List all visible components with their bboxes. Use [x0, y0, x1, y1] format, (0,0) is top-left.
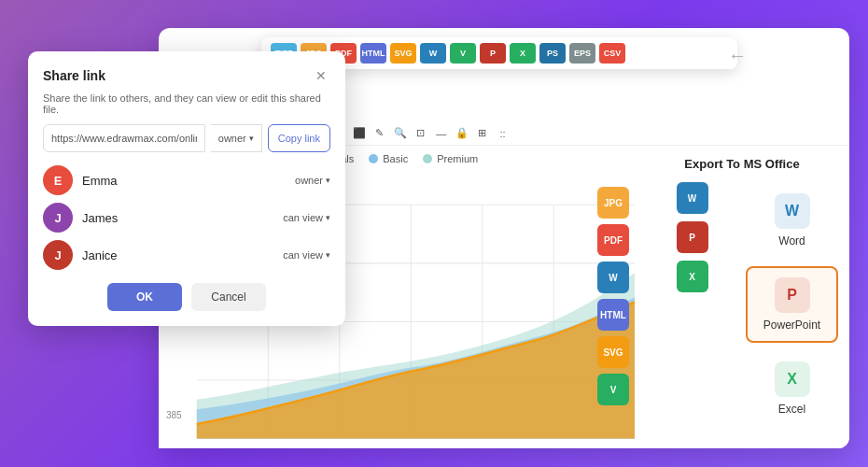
user-avatar-2: J	[43, 240, 73, 270]
close-button[interactable]: ✕	[312, 66, 330, 85]
zoom-icon[interactable]: 🔍	[393, 126, 408, 141]
legend-dot-premium	[423, 154, 432, 163]
cancel-button[interactable]: Cancel	[191, 283, 266, 311]
export-small-powerpoint[interactable]: P	[677, 221, 708, 253]
dialog-footer: OK Cancel	[43, 283, 330, 311]
export-grid: WPXWWordPPowerPointXExcel	[646, 182, 838, 437]
edit-icon[interactable]: ✎	[372, 126, 387, 141]
side-icon-w[interactable]: W	[597, 262, 629, 293]
dialog-header: Share link ✕	[43, 66, 330, 85]
grid-icon[interactable]: ::	[496, 126, 511, 141]
ok-button[interactable]: OK	[107, 283, 182, 311]
export-small-excel[interactable]: X	[677, 261, 708, 292]
format-badge-csv[interactable]: CSV	[599, 43, 625, 64]
user-avatar-1: J	[43, 203, 73, 233]
export-card-excel[interactable]: XExcel	[746, 350, 838, 427]
export-small-icons-col: WPX	[646, 182, 738, 437]
chevron-down-icon: ▾	[249, 134, 254, 143]
export-card-word[interactable]: WWord	[746, 182, 838, 259]
user-name-1: James	[82, 211, 273, 225]
format-badge-svg[interactable]: SVG	[390, 43, 416, 64]
export-icon-word: W	[775, 193, 810, 229]
format-badge-v[interactable]: V	[450, 43, 476, 64]
export-card-powerpoint[interactable]: PPowerPoint	[746, 266, 838, 343]
export-label-word: Word	[778, 234, 805, 248]
legend-label-premium: Premium	[437, 153, 478, 164]
legend-item-premium: Premium	[423, 153, 478, 164]
user-avatar-0: E	[43, 165, 73, 195]
export-icon-powerpoint: P	[775, 277, 810, 313]
side-icon-v[interactable]: V	[597, 374, 629, 405]
export-panel: Export To MS Office WPXWWordPPowerPointX…	[635, 146, 849, 448]
user-role-button-1[interactable]: can view ▾	[283, 212, 330, 223]
export-side-icons: JPGPDFWHTMLSVGV	[597, 187, 629, 405]
user-role-button-2[interactable]: can view ▾	[283, 249, 330, 261]
dialog-title: Share link	[43, 68, 105, 83]
user-name-0: Emma	[82, 174, 286, 188]
line-icon[interactable]: —	[434, 126, 449, 141]
link-row: owner ▾ Copy link	[43, 124, 330, 152]
format-badge-x[interactable]: X	[510, 43, 536, 64]
side-icon-jpg[interactable]: JPG	[597, 187, 629, 219]
export-label-powerpoint: PowerPoint	[763, 318, 820, 332]
format-badge-p[interactable]: P	[480, 43, 506, 64]
user-role-button-0[interactable]: owner ▾	[295, 175, 330, 186]
format-badge-html[interactable]: HTML	[360, 43, 386, 64]
dialog-description: Share the link to others, and they can v…	[43, 92, 330, 115]
side-icon-svg[interactable]: SVG	[597, 336, 629, 368]
link-input[interactable]	[43, 124, 205, 152]
copy-link-button[interactable]: Copy link	[268, 124, 330, 152]
link-role-label: owner	[218, 133, 246, 144]
share-dialog: Share link ✕ Share the link to others, a…	[28, 51, 345, 326]
export-cards-col: WWordPPowerPointXExcel	[746, 182, 838, 437]
format-badge-ps[interactable]: PS	[539, 43, 566, 64]
legend-item-basic: Basic	[369, 153, 408, 164]
format-badge-w[interactable]: W	[420, 43, 446, 64]
export-arrow: ←	[728, 45, 747, 66]
fill-icon[interactable]: ⬛	[352, 126, 367, 141]
side-icon-html[interactable]: HTML	[597, 299, 629, 331]
export-label-excel: Excel	[778, 403, 805, 416]
legend-dot-basic	[369, 154, 378, 163]
user-name-2: Janice	[82, 248, 273, 262]
format-badge-eps[interactable]: EPS	[569, 43, 595, 64]
export-icon-excel: X	[775, 361, 810, 397]
export-panel-title: Export To MS Office	[646, 157, 838, 171]
frame-icon[interactable]: ⊡	[413, 126, 428, 141]
crop-icon[interactable]: ⊞	[475, 126, 490, 141]
security-icon[interactable]: 🔒	[455, 126, 469, 141]
user-item-0: EEmmaowner ▾	[43, 165, 330, 195]
user-item-1: JJamescan view ▾	[43, 203, 330, 233]
legend-label-basic: Basic	[383, 153, 408, 164]
export-small-word[interactable]: W	[677, 182, 708, 214]
user-list: EEmmaowner ▾JJamescan view ▾JJanicecan v…	[43, 165, 330, 270]
user-item-2: JJanicecan view ▾	[43, 240, 330, 270]
side-icon-pdf[interactable]: PDF	[597, 224, 629, 256]
link-role-button[interactable]: owner ▾	[211, 124, 262, 152]
